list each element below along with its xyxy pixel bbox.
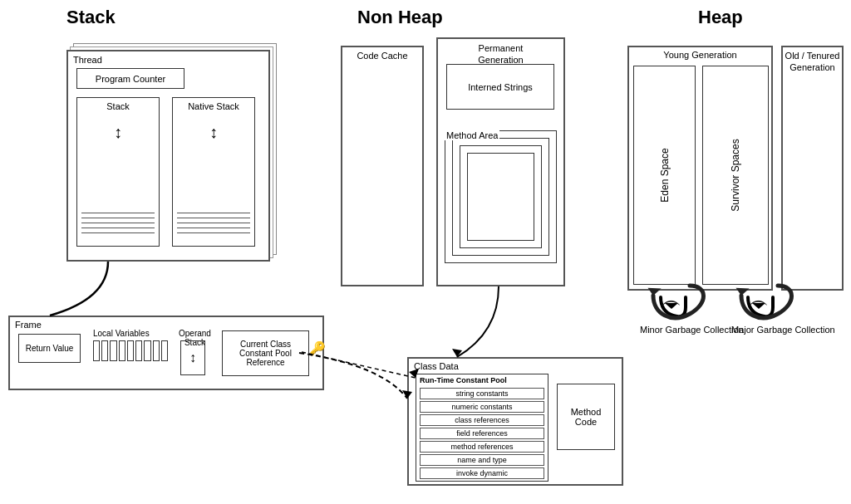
svg-marker-1: [452, 349, 462, 357]
method-area-box-4: [445, 130, 557, 263]
local-variables-label: Local Variables: [93, 329, 150, 338]
runtime-pool-label: Run-Time Constant Pool: [420, 376, 507, 384]
current-class-box: Current ClassConstant PoolReference: [222, 330, 309, 376]
return-value-box: Return Value: [18, 334, 81, 363]
class-data-label: Class Data: [414, 361, 459, 371]
program-counter-label: Program Counter: [96, 74, 165, 84]
method-area-label: Method Area: [445, 130, 499, 140]
native-stack-box: Native Stack ↕: [172, 97, 255, 247]
old-gen-label: Old / TenuredGeneration: [783, 47, 842, 74]
minor-gc-icon: ⌒: [661, 295, 681, 335]
thread-box: Thread Program Counter Stack ↕ Native St…: [66, 50, 270, 262]
old-gen-box: Old / TenuredGeneration: [781, 46, 844, 291]
code-cache-label: Code Cache: [342, 47, 422, 61]
heap-title: Heap: [698, 7, 743, 28]
runtime-pool-items: string constants numeric constants class…: [420, 388, 544, 481]
native-stack-arrow-icon: ↕: [173, 124, 254, 140]
minor-gc-label: Minor Garbage Collection: [640, 324, 744, 336]
item-1: numeric constants: [420, 401, 544, 413]
item-6: invoke dynamic: [420, 467, 544, 479]
stack-box: Stack ↕: [76, 97, 160, 247]
item-2: class references: [420, 414, 544, 426]
native-stack-frames: [177, 213, 250, 237]
eden-space-box: Eden Space: [633, 66, 696, 285]
survivor-spaces-box: Survivor Spaces: [702, 66, 769, 285]
native-stack-label: Native Stack: [173, 98, 254, 111]
thread-label: Thread: [73, 55, 102, 65]
method-area-box-1: [467, 153, 534, 241]
major-gc-icon: ⌒: [748, 295, 769, 335]
permanent-gen-label: PermanentGeneration: [438, 39, 563, 66]
permanent-gen-box: PermanentGeneration Interned Strings Met…: [436, 37, 565, 286]
item-5: name and type: [420, 454, 544, 466]
current-class-label: Current ClassConstant PoolReference: [239, 340, 292, 367]
stack-frames: [81, 213, 155, 237]
local-variables-grid: [93, 340, 168, 361]
stack-box-label: Stack: [77, 98, 159, 111]
program-counter-box: Program Counter: [76, 68, 184, 89]
return-value-label: Return Value: [26, 344, 74, 353]
code-cache-box: Code Cache: [341, 46, 424, 286]
major-gc-label: Major Garbage Collection: [731, 324, 835, 336]
method-code-box: MethodCode: [557, 384, 615, 450]
frame-box: Frame Return Value Local Variables Opera…: [8, 316, 324, 390]
operand-stack-box: ↕: [180, 340, 205, 375]
stack-arrow-icon: ↕: [77, 124, 159, 140]
interned-strings-label: Interned Strings: [468, 82, 533, 92]
interned-strings-box: Interned Strings: [446, 64, 554, 110]
method-area-box-2: [460, 145, 542, 248]
eden-space-label: Eden Space: [658, 148, 670, 202]
runtime-pool-box: Run-Time Constant Pool string constants …: [416, 374, 548, 482]
survivor-spaces-label: Survivor Spaces: [730, 139, 741, 211]
young-gen-label: Young Generation: [629, 47, 771, 60]
method-area-box-3: [452, 138, 549, 256]
young-gen-box: Young Generation Eden Space Survivor Spa…: [627, 46, 773, 291]
nonheap-title: Non Heap: [357, 7, 443, 28]
frame-label: Frame: [15, 320, 42, 330]
class-data-box: Class Data Run-Time Constant Pool string…: [407, 357, 623, 486]
method-code-label: MethodCode: [571, 407, 602, 427]
item-0: string constants: [420, 388, 544, 399]
item-4: method references: [420, 441, 544, 453]
stack-title: Stack: [66, 7, 116, 28]
item-3: field references: [420, 428, 544, 439]
key-icon: 🔑: [309, 340, 326, 356]
